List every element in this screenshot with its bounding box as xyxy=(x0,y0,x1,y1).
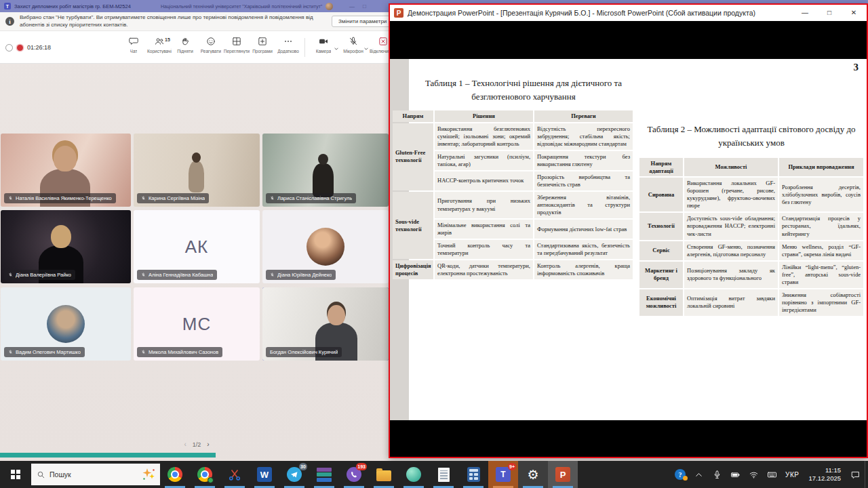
toolbar-button-emoji[interactable]: Реагувати xyxy=(198,36,224,54)
aimp-icon xyxy=(406,467,421,482)
toolbar-label: Підняти xyxy=(177,49,193,54)
toolbar-divider xyxy=(304,38,305,57)
winrar-icon xyxy=(317,468,332,482)
table-row: Sous-vide технологіїПриготування при низ… xyxy=(393,192,633,218)
maximize-button[interactable]: □ xyxy=(363,3,366,9)
toolbar-label: Камера xyxy=(316,49,332,54)
taskbar-calculator[interactable] xyxy=(458,461,488,488)
windows-logo-icon xyxy=(11,470,20,479)
powerpoint-window-title: Демонстрация PowerPoint - [Презентація К… xyxy=(408,9,791,17)
taskbar-chrome[interactable] xyxy=(160,461,190,488)
participant-tile[interactable]: Карина Сергіївна Мізіна xyxy=(134,134,260,207)
window-controls: — □ xyxy=(349,0,366,12)
participant-tile[interactable]: Діана Юріївна Дейнеко xyxy=(262,210,389,283)
language-indicator[interactable]: УКР xyxy=(781,461,803,488)
powerpoint-icon: P xyxy=(555,467,570,482)
toolbar-button-ellipsis[interactable]: Додатково xyxy=(275,36,301,54)
previous-page-arrow[interactable]: ‹ xyxy=(184,441,186,448)
minimize-button[interactable]: — xyxy=(349,3,355,9)
taskbar-chrome-profile[interactable] xyxy=(190,461,220,488)
taskbar-file-explorer[interactable] xyxy=(369,461,399,488)
tray-wifi[interactable] xyxy=(745,461,763,488)
file-explorer-icon xyxy=(376,470,391,481)
table-header-cell: Приклади впровадження xyxy=(779,158,863,176)
taskbar-settings[interactable]: ⚙ xyxy=(518,461,548,488)
participant-name: Лариса Станіславівна Стригуль xyxy=(277,195,352,201)
toolbar-button-people[interactable]: 15Користувачі xyxy=(146,36,172,54)
mic-off-icon xyxy=(270,196,275,201)
participant-tile[interactable]: Богдан Олексійович Курячий xyxy=(262,287,389,361)
start-button[interactable] xyxy=(0,461,31,488)
gear-icon: ⚙ xyxy=(527,468,538,481)
mic-off-icon xyxy=(141,196,146,201)
system-tray: ? УКР 11:1517.12.2025 xyxy=(671,461,868,488)
participant-name: Карина Сергіївна Мізіна xyxy=(149,195,205,201)
toolbar-label: Програми xyxy=(252,49,273,54)
minimize-button[interactable]: — xyxy=(795,5,815,21)
keyboard-icon xyxy=(767,470,777,480)
participant-tile[interactable]: АКАліна Геннадіївна Кабашна xyxy=(134,210,260,283)
next-page-arrow[interactable]: › xyxy=(207,441,209,448)
search-input[interactable] xyxy=(50,470,121,479)
change-settings-button[interactable]: Змінити параметри xyxy=(332,16,393,27)
toolbar-label: Реагувати xyxy=(201,49,221,54)
tray-keyboard[interactable] xyxy=(763,461,781,488)
action-center-button[interactable] xyxy=(846,461,865,488)
stop-share-icon xyxy=(378,36,389,47)
search-highlights-icon[interactable] xyxy=(141,468,156,481)
table-group-cell: Маркетинг і бренд xyxy=(639,262,683,288)
participant-tile[interactable]: Лариса Станіславівна Стригуль xyxy=(262,134,389,207)
table-row: ТехнологіїДоступність sous-vide обладнан… xyxy=(639,213,863,239)
show-desktop-button[interactable] xyxy=(865,461,868,488)
toolbar-button-mic-off[interactable]: Мікрофон xyxy=(338,36,368,54)
close-button[interactable]: ✕ xyxy=(844,5,864,21)
chevron-up-icon xyxy=(694,470,704,480)
taskbar-snipping-tool[interactable] xyxy=(220,461,250,488)
toolbar-button-hand[interactable]: Підняти xyxy=(172,36,198,54)
taskbar-winrar[interactable] xyxy=(309,461,339,488)
mic-off-icon xyxy=(141,272,146,277)
word-icon: W xyxy=(257,467,272,482)
participant-name: Наталія Василівна Якименко-Терещенко xyxy=(16,195,112,201)
table-cell: Використання локальних GF-борошен (греча… xyxy=(684,178,778,211)
toolbar-button-grid[interactable]: Переглянути xyxy=(224,36,250,54)
avatar[interactable] xyxy=(326,3,333,10)
action-center-icon xyxy=(850,470,861,480)
slideshow-area[interactable]: 3 Таблиця 1 – Технологічні рішення для д… xyxy=(390,21,867,457)
tray-battery[interactable] xyxy=(726,461,745,488)
taskbar-word[interactable]: W xyxy=(250,461,279,488)
participant-tile[interactable]: МСМикола Михайлович Сазонов xyxy=(134,287,260,361)
slide-page-number: 3 xyxy=(854,62,859,73)
tray-expand-button[interactable] xyxy=(690,461,708,488)
tray-microphone[interactable] xyxy=(708,461,726,488)
participant-name: Діана Юріївна Дейнеко xyxy=(277,272,332,278)
participant-tile[interactable]: Діана Валеріївна Райко xyxy=(1,210,131,283)
mic-off-icon xyxy=(8,272,13,277)
battery-icon xyxy=(730,470,741,480)
taskbar-teams[interactable]: T9+ xyxy=(488,461,518,488)
taskbar-telegram[interactable]: 30 xyxy=(279,461,309,488)
participant-tile[interactable]: Наталія Василівна Якименко-Терещенко xyxy=(1,134,131,207)
taskbar-clock[interactable]: 11:1517.12.2025 xyxy=(803,461,846,488)
toolbar-button-plus-square[interactable]: Програми xyxy=(250,36,275,54)
help-tray-item[interactable]: ? xyxy=(671,461,690,488)
table-cell: Розроблення десертів, хлібобулочних виро… xyxy=(779,178,863,211)
taskbar-powerpoint[interactable]: P xyxy=(548,461,578,488)
maximize-button[interactable]: □ xyxy=(819,5,840,21)
emoji-icon xyxy=(205,36,216,47)
participant-name: Вадим Олегович Мартишко xyxy=(16,349,81,355)
camera-icon xyxy=(318,36,329,47)
taskbar-aimp[interactable] xyxy=(399,461,429,488)
table-group-cell: Економічні можливості xyxy=(639,289,683,316)
meeting-timer: 01:26:18 xyxy=(27,44,51,51)
participant-name: Діана Валеріївна Райко xyxy=(16,272,71,278)
participant-tile[interactable]: Вадим Олегович Мартишко xyxy=(1,287,131,361)
grid-icon xyxy=(231,36,242,47)
taskbar-viber[interactable]: 193 xyxy=(339,461,369,488)
table-cell: Стандартизована якість, безпечність та п… xyxy=(534,240,633,259)
toolbar-button-chat[interactable]: Чат xyxy=(121,36,146,54)
taskbar-notepad[interactable] xyxy=(429,461,458,488)
taskbar-search[interactable] xyxy=(31,464,160,485)
help-icon: ? xyxy=(675,469,686,480)
toolbar-button-camera[interactable]: Камера xyxy=(309,36,338,54)
